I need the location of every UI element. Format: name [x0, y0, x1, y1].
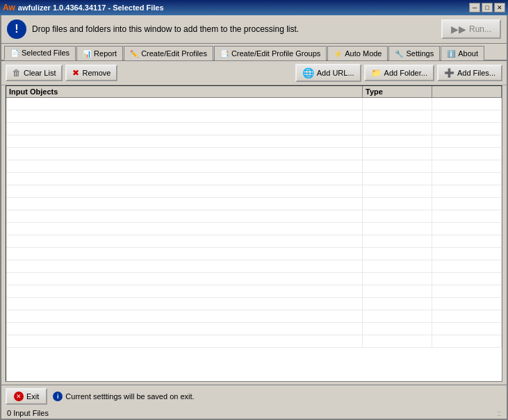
clear-list-label: Clear List	[24, 69, 56, 77]
table-row	[6, 135, 502, 148]
close-button[interactable]: ✕	[494, 3, 505, 12]
table-row	[6, 223, 502, 235]
remove-icon: ✖	[72, 68, 79, 78]
add-files-button[interactable]: ➕ Add Files...	[437, 65, 502, 81]
tab-about-label: About	[458, 49, 478, 58]
main-window: ! Drop files and folders into this windo…	[0, 15, 508, 420]
table-row	[6, 298, 502, 310]
title-bar-left: Aw awfulizer 1.0.4364.34117 - Selected F…	[3, 3, 164, 12]
file-count-label: 0 Input Files	[7, 409, 49, 417]
table-row	[6, 273, 502, 285]
file-list-rows	[6, 98, 502, 381]
header-input-objects: Input Objects	[6, 86, 363, 97]
table-row	[6, 173, 502, 185]
add-files-label: Add Files...	[457, 69, 495, 77]
tab-auto-mode[interactable]: ⚡ Auto Mode	[327, 46, 388, 60]
exit-button[interactable]: ✕ Exit	[6, 388, 47, 405]
table-row	[6, 235, 502, 248]
resize-handle-icon[interactable]: ::	[497, 410, 501, 417]
tab-create-edit-profile-groups-label: Create/Edit Profile Groups	[231, 49, 320, 58]
info-bar: ! Drop files and folders into this windo…	[1, 15, 507, 44]
maximize-button[interactable]: □	[482, 3, 493, 12]
add-folder-icon: 📁	[371, 68, 382, 78]
clear-list-button[interactable]: 🗑 Clear List	[6, 65, 63, 81]
status-info: i Current setttings will be saved on exi…	[53, 392, 194, 401]
add-url-icon: 🌐	[302, 67, 314, 78]
file-list-header: Input Objects Type	[6, 86, 502, 98]
create-edit-profile-groups-tab-icon: 📑	[220, 50, 229, 58]
toolbar: 🗑 Clear List ✖ Remove 🌐 Add URL... 📁 Add…	[1, 61, 507, 85]
header-extra	[432, 86, 502, 97]
tab-settings-label: Settings	[406, 49, 434, 58]
tab-selected-files-label: Selected Files	[22, 49, 69, 57]
minimize-button[interactable]: ─	[469, 3, 480, 12]
add-folder-label: Add Folder...	[384, 69, 427, 77]
tab-report[interactable]: 📊 Report	[76, 46, 123, 60]
report-tab-icon: 📊	[83, 50, 91, 58]
table-row	[6, 210, 502, 223]
add-url-label: Add URL...	[317, 69, 354, 77]
table-row	[6, 260, 502, 273]
tab-bar: 📄 Selected Files 📊 Report ✏️ Create/Edit…	[1, 44, 507, 61]
tab-report-label: Report	[94, 49, 117, 58]
info-circle-icon: !	[7, 19, 26, 39]
status-bar: ✕ Exit i Current setttings will be saved…	[1, 385, 507, 408]
clear-list-icon: 🗑	[13, 68, 21, 78]
header-type: Type	[363, 86, 432, 97]
table-row	[6, 335, 502, 348]
table-row	[6, 285, 502, 298]
add-folder-button[interactable]: 📁 Add Folder...	[364, 65, 434, 81]
app-icon: Aw	[3, 3, 15, 12]
settings-tab-icon: 🔧	[395, 50, 403, 58]
remove-button[interactable]: ✖ Remove	[65, 65, 117, 81]
bottom-label: 0 Input Files ::	[1, 408, 507, 419]
run-arrow-icon: ▶▶	[451, 24, 466, 35]
tab-create-edit-profiles-label: Create/Edit Profiles	[141, 49, 207, 58]
table-row	[6, 123, 502, 135]
table-row	[6, 198, 502, 210]
exit-label: Exit	[26, 392, 39, 401]
file-list-container: Input Objects Type	[6, 85, 502, 382]
status-info-message: Current setttings will be saved on exit.	[65, 392, 194, 401]
create-edit-profiles-tab-icon: ✏️	[130, 50, 138, 58]
table-row	[6, 323, 502, 335]
run-label: Run...	[469, 24, 491, 34]
info-message: Drop files and folders into this window …	[32, 24, 436, 34]
exit-icon: ✕	[14, 392, 24, 401]
table-row	[6, 248, 502, 260]
table-row	[6, 110, 502, 123]
tab-auto-mode-label: Auto Mode	[345, 49, 382, 58]
remove-label: Remove	[82, 69, 110, 77]
add-files-icon: ➕	[444, 68, 454, 78]
tab-about[interactable]: ℹ️ About	[441, 46, 484, 60]
tab-selected-files[interactable]: 📄 Selected Files	[4, 46, 76, 60]
tab-settings[interactable]: 🔧 Settings	[388, 46, 440, 60]
selected-files-tab-icon: 📄	[10, 49, 19, 57]
title-bar: Aw awfulizer 1.0.4364.34117 - Selected F…	[0, 0, 508, 15]
table-row	[6, 185, 502, 198]
auto-mode-tab-icon: ⚡	[334, 50, 342, 58]
add-url-button[interactable]: 🌐 Add URL...	[295, 64, 361, 82]
tab-create-edit-profile-groups[interactable]: 📑 Create/Edit Profile Groups	[214, 46, 327, 60]
table-row	[6, 310, 502, 323]
title-text: awfulizer 1.0.4364.34117 - Selected File…	[18, 3, 164, 12]
table-row	[6, 98, 502, 110]
status-info-icon: i	[53, 392, 63, 401]
run-button[interactable]: ▶▶ Run...	[441, 19, 501, 39]
table-row	[6, 148, 502, 160]
table-row	[6, 160, 502, 173]
title-controls[interactable]: ─ □ ✕	[469, 3, 505, 12]
about-tab-icon: ℹ️	[447, 50, 455, 58]
tab-create-edit-profiles[interactable]: ✏️ Create/Edit Profiles	[124, 46, 213, 60]
